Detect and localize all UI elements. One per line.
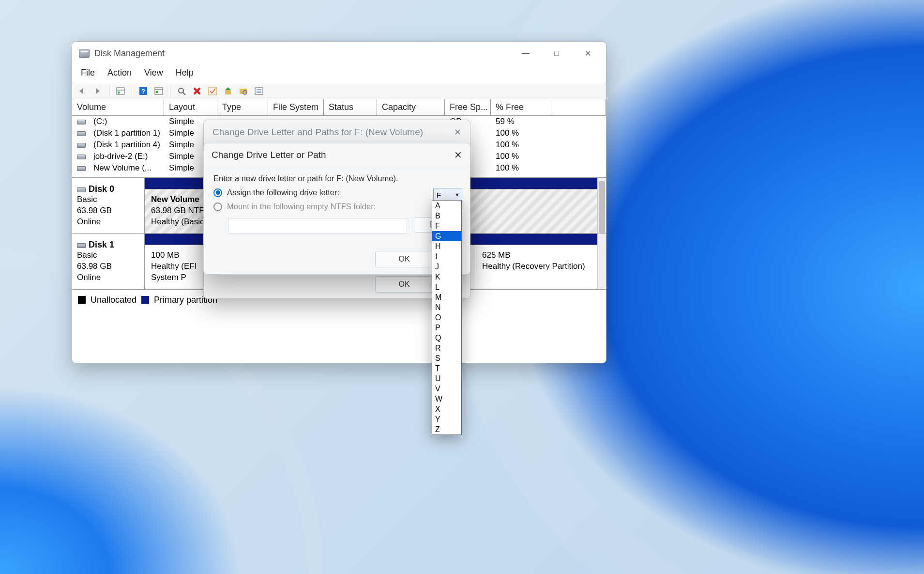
folder-search-icon[interactable] [237, 85, 250, 97]
vol-pct: 100 % [491, 128, 551, 139]
partition[interactable]: 625 MB Healthy (Recovery Partition) [476, 245, 597, 289]
drive-letter-option[interactable]: I [432, 251, 461, 262]
up-arrow-icon[interactable] [222, 85, 234, 97]
legend-label: Unallocated [91, 295, 136, 305]
drive-letter-option[interactable]: W [432, 394, 461, 404]
minimize-button[interactable]: — [510, 42, 541, 65]
col-end [551, 99, 606, 115]
menu-view[interactable]: View [144, 68, 163, 78]
drive-letter-select[interactable]: F ▼ [433, 188, 463, 202]
legend-swatch-primary [141, 296, 149, 304]
drive-letter-dropdown[interactable]: ABFGHIJKLMNOPQRSTUVWXYZ [432, 200, 462, 435]
menu-file[interactable]: File [81, 68, 95, 78]
legend-swatch-unallocated [78, 296, 86, 304]
drive-letter-option[interactable]: G [432, 231, 461, 241]
disk-icon [77, 243, 86, 248]
partition-line: Healthy (Recovery Partition) [482, 261, 591, 272]
check-icon[interactable] [206, 85, 219, 97]
svg-text:?: ? [141, 88, 145, 95]
drive-letter-option[interactable]: Y [432, 414, 461, 424]
app-icon [79, 49, 90, 58]
disk-icon [77, 120, 86, 124]
window-title: Disk Management [94, 48, 165, 59]
menu-action[interactable]: Action [107, 68, 132, 78]
disk-label[interactable]: Disk 1 Basic 63.98 GB Online [72, 234, 145, 289]
drive-letter-option[interactable]: Z [432, 424, 461, 434]
col-volume[interactable]: Volume [72, 99, 164, 115]
nav-forward-icon[interactable] [91, 85, 104, 97]
disk-type: Basic [77, 194, 139, 205]
drive-letter-option[interactable]: L [432, 282, 461, 292]
col-pctfree[interactable]: % Free [491, 99, 551, 115]
view-list-icon[interactable] [114, 85, 127, 97]
drive-letter-option[interactable]: S [432, 353, 461, 363]
delete-icon[interactable] [191, 85, 203, 97]
drive-letter-option[interactable]: K [432, 272, 461, 282]
drive-letter-option[interactable]: X [432, 404, 461, 414]
menu-help[interactable]: Help [176, 68, 194, 78]
col-type[interactable]: Type [217, 99, 268, 115]
scrollbar[interactable] [597, 178, 606, 233]
drive-letter-option[interactable]: T [432, 363, 461, 373]
vol-name: (C:) [89, 116, 112, 126]
radio-assign-letter[interactable] [213, 188, 222, 197]
disk-icon [77, 155, 86, 159]
svg-point-8 [179, 88, 183, 93]
svg-rect-2 [118, 92, 120, 93]
col-layout[interactable]: Layout [164, 99, 217, 115]
drive-letter-option[interactable]: P [432, 323, 461, 333]
disk-label[interactable]: Disk 0 Basic 63.98 GB Online [72, 178, 145, 233]
radio-mount-folder[interactable] [213, 202, 222, 211]
menu-bar: File Action View Help [72, 65, 606, 83]
disk-state: Online [77, 217, 139, 228]
selected-letter: F [437, 191, 441, 199]
col-status[interactable]: Status [324, 99, 377, 115]
properties-icon[interactable] [152, 85, 165, 97]
maximize-button[interactable]: □ [541, 42, 572, 65]
nav-back-icon[interactable] [76, 85, 89, 97]
close-button[interactable]: ✕ [572, 42, 603, 65]
drive-letter-option[interactable]: F [432, 221, 461, 231]
disk-state: Online [77, 272, 139, 283]
close-icon[interactable]: ✕ [454, 149, 462, 161]
drive-letter-option[interactable]: M [432, 292, 461, 302]
vol-pct: 100 % [491, 151, 551, 162]
disk-icon [77, 187, 86, 192]
disk-size: 63.98 GB [77, 261, 139, 272]
drive-letter-option[interactable]: A [432, 201, 461, 211]
chevron-down-icon: ▼ [454, 192, 460, 198]
dialog-title: Change Drive Letter and Paths for F: (Ne… [212, 127, 423, 138]
col-capacity[interactable]: Capacity [377, 99, 445, 115]
drive-letter-option[interactable]: H [432, 241, 461, 251]
vol-pct: 100 % [491, 140, 551, 150]
toolbar: ? [72, 83, 606, 99]
vol-name: New Volume (... [89, 163, 156, 173]
volume-table-header: Volume Layout Type File System Status Ca… [72, 99, 606, 116]
drive-letter-option[interactable]: O [432, 312, 461, 323]
svg-line-9 [183, 93, 185, 95]
disk-type: Basic [77, 250, 139, 261]
col-freespace[interactable]: Free Sp... [445, 99, 491, 115]
close-icon[interactable]: ✕ [454, 127, 461, 138]
drive-letter-option[interactable]: R [432, 343, 461, 353]
title-bar[interactable]: Disk Management — □ ✕ [72, 42, 606, 65]
ok-button[interactable]: OK [375, 276, 433, 293]
drive-letter-option[interactable]: J [432, 262, 461, 272]
drive-letter-option[interactable]: N [432, 302, 461, 312]
help-icon[interactable]: ? [137, 85, 150, 97]
partition-line: 625 MB [482, 250, 591, 261]
vol-pct: 59 % [491, 116, 551, 127]
drive-letter-option[interactable]: Q [432, 333, 461, 343]
vol-name: (Disk 1 partition 4) [89, 140, 164, 150]
radio-label: Mount in the following empty NTFS folder… [227, 202, 376, 211]
scrollbar[interactable] [597, 234, 606, 289]
drive-letter-option[interactable]: V [432, 384, 461, 394]
drive-letter-option[interactable]: B [432, 211, 461, 221]
search-icon[interactable] [175, 85, 188, 97]
list-icon[interactable] [253, 85, 265, 97]
drive-letter-option[interactable]: U [432, 373, 461, 384]
col-fs[interactable]: File System [268, 99, 324, 115]
ok-button[interactable]: OK [375, 251, 433, 267]
disk-name: Disk 0 [89, 184, 114, 194]
mount-path-input[interactable] [228, 218, 407, 233]
